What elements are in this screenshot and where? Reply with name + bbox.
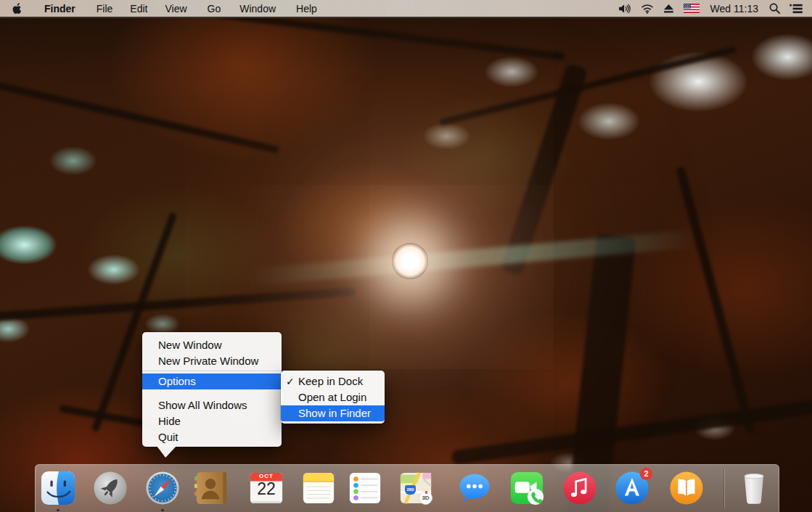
options-submenu: ✓ Keep in Dock Open at Login Show in Fin… [281, 371, 385, 424]
menu-item-options[interactable]: Options [142, 373, 282, 389]
running-indicator-finder [57, 509, 60, 511]
desktop: Finder File Edit View Go Window Help Wed… [0, 0, 812, 512]
menu-item-quit[interactable]: Quit [142, 429, 282, 445]
dock-icon-notes[interactable] [301, 471, 336, 505]
menubar-menu-edit[interactable]: Edit [128, 3, 149, 15]
sun-glare [392, 243, 428, 279]
apple-menu-icon[interactable] [10, 2, 24, 15]
dock-icon-safari[interactable] [145, 471, 180, 505]
us-flag-input-source-icon[interactable] [684, 4, 700, 13]
maps-highway-shield-label: 280 [405, 485, 416, 495]
wifi-icon[interactable] [641, 4, 654, 14]
dock-context-menu: New Window New Private Window Options Sh… [142, 332, 282, 447]
tree-branch [0, 287, 356, 322]
dock-icon-contacts[interactable] [194, 471, 229, 505]
dock-icon-maps[interactable]: 280 3D [398, 471, 433, 505]
menubar-menu-help[interactable]: Help [295, 3, 319, 15]
checkmark-icon: ✓ [286, 373, 295, 389]
maps-3d-compass-label: 3D [419, 491, 432, 505]
dock-separator [723, 469, 724, 509]
submenu-item-open-at-login[interactable]: Open at Login [281, 389, 385, 405]
dock-icon-finder[interactable] [41, 471, 75, 505]
notification-center-icon[interactable] [790, 4, 803, 14]
dock-icon-launchpad[interactable] [93, 471, 128, 505]
dock-icon-calendar[interactable]: OCT 22 [249, 471, 284, 505]
tree-branch [439, 46, 737, 125]
menubar-app-menu[interactable]: Finder [43, 3, 77, 15]
menubar-clock[interactable]: Wed 11:13 [709, 3, 760, 15]
calendar-month-label: OCT [249, 473, 284, 479]
app-store-badge: 2 [640, 468, 652, 480]
submenu-item-label: Show in Finder [298, 407, 371, 419]
menu-separator [142, 371, 282, 371]
tree-branch [451, 397, 812, 466]
dock-icon-reminders[interactable] [348, 471, 382, 505]
dock-icon-trash[interactable] [737, 471, 771, 505]
submenu-item-label: Open at Login [298, 391, 366, 403]
running-indicator-safari [161, 509, 164, 511]
calendar-day-label: 22 [249, 479, 284, 499]
menubar-menu-window[interactable]: Window [238, 3, 277, 15]
menu-item-show-all-windows[interactable]: Show All Windows [142, 397, 282, 413]
menubar-menu-file[interactable]: File [95, 3, 115, 15]
spotlight-search-icon[interactable] [769, 3, 780, 14]
menu-item-hide[interactable]: Hide [142, 413, 282, 429]
tree-branch [0, 77, 280, 154]
menubar-menu-view[interactable]: View [163, 3, 188, 15]
menu-item-new-window[interactable]: New Window [142, 337, 282, 353]
dock-icon-ibooks[interactable] [669, 471, 704, 505]
dock-icon-itunes[interactable] [562, 471, 597, 505]
dock-icon-facetime[interactable] [509, 471, 544, 505]
menu-bar: Finder File Edit View Go Window Help Wed… [0, 0, 812, 18]
menu-separator [142, 389, 282, 397]
menubar-menu-go[interactable]: Go [206, 3, 223, 15]
dock-icon-app-store[interactable]: 2 [615, 471, 649, 505]
volume-icon[interactable] [618, 4, 631, 14]
dock-icon-messages[interactable] [457, 471, 492, 505]
submenu-item-label: Keep in Dock [298, 375, 363, 387]
dock: OCT 22 [35, 464, 779, 512]
submenu-item-show-in-finder[interactable]: Show in Finder [281, 405, 385, 421]
tree-branch [676, 166, 755, 434]
eject-icon[interactable] [663, 4, 674, 13]
desktop-wallpaper [0, 17, 812, 512]
menu-item-new-private-window[interactable]: New Private Window [142, 353, 282, 369]
submenu-item-keep-in-dock[interactable]: ✓ Keep in Dock [281, 373, 385, 389]
tree-branch [218, 11, 565, 60]
